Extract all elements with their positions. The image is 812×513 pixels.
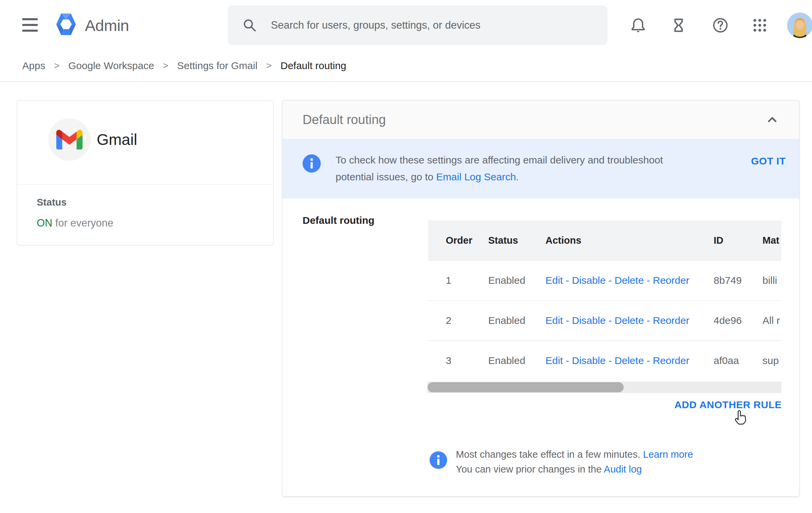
note-line1: Most changes take effect in a few minute… — [456, 449, 643, 460]
edit-link[interactable]: Edit — [546, 315, 563, 326]
search-bar[interactable] — [228, 5, 608, 45]
cell-order: 1 — [446, 275, 488, 286]
cell-id: 4de96 — [714, 315, 762, 326]
page-divider — [0, 81, 812, 82]
action-separator: - — [606, 355, 614, 366]
section-label: Default routing — [302, 215, 374, 226]
status-value: ON for everyone — [37, 217, 113, 229]
search-input[interactable] — [270, 19, 593, 32]
reorder-link[interactable]: Reorder — [653, 315, 689, 326]
breadcrumb-separator: > — [54, 60, 59, 71]
action-separator: - — [644, 315, 653, 326]
disable-link[interactable]: Disable — [572, 355, 606, 366]
status-on: ON — [37, 217, 53, 229]
edit-link[interactable]: Edit — [546, 275, 563, 286]
add-another-rule-button[interactable]: ADD ANOTHER RULE — [674, 399, 782, 410]
action-separator: - — [563, 355, 572, 366]
table-row: 1 Enabled Edit - Disable - Delete - Reor… — [428, 260, 781, 300]
col-id: ID — [714, 235, 762, 246]
cell-matching: billi — [762, 275, 781, 286]
disable-link[interactable]: Disable — [572, 315, 606, 326]
admin-console-screen: Admin — [0, 0, 812, 513]
hamburger-menu-icon[interactable] — [22, 18, 38, 32]
panel-content: Default routing Order Status Actions ID … — [282, 199, 799, 496]
cell-actions: Edit - Disable - Delete - Reorder — [546, 355, 714, 366]
delete-link[interactable]: Delete — [614, 315, 644, 326]
action-separator: - — [606, 275, 614, 286]
panel-header[interactable]: Default routing — [282, 101, 799, 140]
banner-line2-prefix: potential issues, go to — [336, 171, 436, 182]
learn-more-link[interactable]: Learn more — [643, 449, 693, 460]
status-rest: for everyone — [53, 217, 114, 229]
breadcrumb-settings-for-gmail[interactable]: Settings for Gmail — [177, 60, 257, 72]
product-name: Admin — [85, 16, 129, 35]
gmail-app-card: Gmail Status ON for everyone — [17, 101, 273, 246]
reorder-link[interactable]: Reorder — [653, 275, 689, 286]
col-matching: Mat — [762, 235, 781, 246]
action-separator: - — [644, 275, 653, 286]
breadcrumb-separator: > — [266, 60, 271, 71]
status-label: Status — [37, 197, 67, 208]
action-separator: - — [644, 355, 653, 366]
col-status: Status — [488, 235, 546, 246]
cell-id: 8b749 — [714, 275, 762, 286]
info-banner: To check how these settings are affectin… — [282, 140, 799, 199]
col-order: Order — [446, 235, 488, 246]
user-avatar[interactable] — [787, 12, 812, 38]
cell-status: Enabled — [488, 275, 546, 286]
edit-link[interactable]: Edit — [546, 355, 563, 366]
cell-status: Enabled — [488, 355, 546, 366]
banner-line2-suffix: . — [516, 171, 519, 182]
delete-link[interactable]: Delete — [614, 355, 644, 366]
email-log-search-link[interactable]: Email Log Search — [436, 171, 516, 182]
audit-log-link[interactable]: Audit log — [604, 464, 642, 475]
gmail-logo-icon — [48, 118, 91, 161]
cell-status: Enabled — [488, 315, 546, 326]
breadcrumb-separator: > — [163, 60, 168, 71]
note-line2: You can view prior changes in the — [456, 464, 604, 475]
footer-note: Most changes take effect in a few minute… — [456, 447, 693, 477]
table-row: 2 Enabled Edit - Disable - Delete - Reor… — [428, 300, 781, 340]
cell-matching: All r — [762, 315, 781, 326]
app-title: Gmail — [97, 131, 137, 149]
horizontal-scrollbar[interactable] — [427, 381, 781, 393]
apps-grid-icon[interactable] — [749, 15, 771, 36]
banner-text: To check how these settings are affectin… — [336, 152, 663, 186]
action-separator: - — [563, 275, 572, 286]
action-separator: - — [563, 315, 572, 326]
breadcrumb-apps[interactable]: Apps — [22, 60, 45, 72]
table-row: 3 Enabled Edit - Disable - Delete - Reor… — [428, 340, 781, 380]
breadcrumb: Apps > Google Workspace > Settings for G… — [22, 60, 346, 72]
info-icon — [429, 451, 447, 471]
reorder-link[interactable]: Reorder — [653, 355, 689, 366]
cell-order: 2 — [446, 315, 488, 326]
cell-id: af0aa — [714, 355, 762, 366]
chevron-up-icon[interactable] — [764, 112, 780, 128]
got-it-button[interactable]: GOT IT — [751, 155, 786, 167]
breadcrumb-current: Default routing — [280, 60, 346, 72]
delete-link[interactable]: Delete — [614, 275, 644, 286]
breadcrumb-google-workspace[interactable]: Google Workspace — [68, 60, 154, 72]
cell-actions: Edit - Disable - Delete - Reorder — [546, 315, 714, 326]
help-icon[interactable] — [709, 15, 731, 36]
action-separator: - — [606, 315, 614, 326]
admin-logo — [55, 12, 77, 38]
info-icon — [302, 154, 321, 174]
search-icon — [242, 18, 257, 33]
table-header-row: Order Status Actions ID Mat — [428, 221, 781, 260]
cell-order: 3 — [446, 355, 488, 366]
disable-link[interactable]: Disable — [572, 275, 606, 286]
routing-rules-table: Order Status Actions ID Mat 1 Enabled Ed… — [428, 221, 781, 380]
hourglass-icon[interactable] — [668, 15, 689, 36]
scrollbar-thumb[interactable] — [428, 382, 624, 392]
default-routing-panel: Default routing To check how these setti… — [282, 100, 800, 496]
col-actions: Actions — [546, 235, 714, 246]
banner-line1: To check how these settings are affectin… — [336, 154, 663, 166]
cell-matching: sup — [762, 355, 781, 366]
cell-actions: Edit - Disable - Delete - Reorder — [546, 275, 714, 286]
card-divider — [17, 184, 273, 185]
panel-title: Default routing — [302, 101, 386, 139]
notifications-bell-icon[interactable] — [627, 15, 649, 36]
